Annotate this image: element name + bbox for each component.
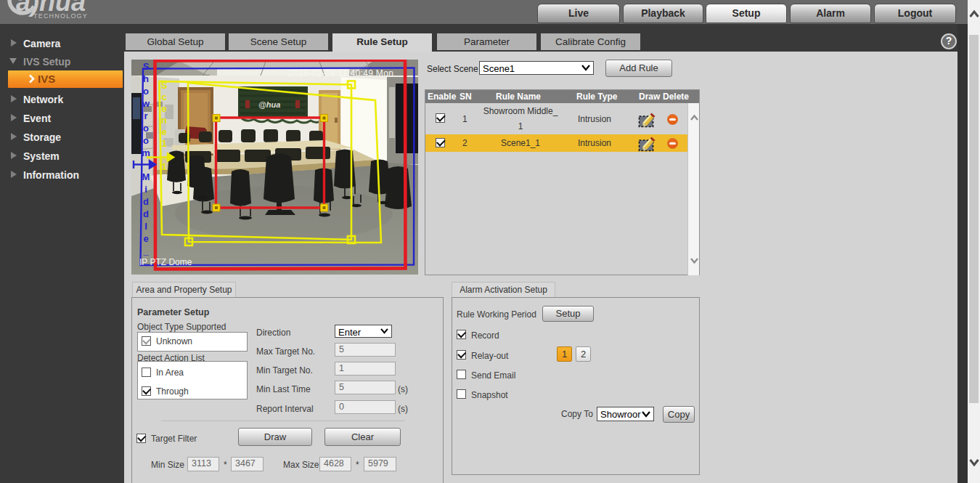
svg-text:o: o	[143, 86, 149, 97]
svg-text:e: e	[161, 103, 166, 114]
svg-text:d: d	[143, 208, 149, 219]
svg-text:1: 1	[161, 161, 166, 172]
svg-text:1: 1	[161, 138, 166, 149]
svg-text:S: S	[161, 80, 168, 91]
svg-text:o: o	[143, 135, 149, 146]
svg-text:l: l	[144, 221, 147, 232]
svg-text:IP PTZ Dome: IP PTZ Dome	[139, 257, 192, 267]
svg-text:w: w	[142, 98, 150, 109]
svg-text:o: o	[143, 123, 149, 134]
svg-text:@hua: @hua	[258, 100, 280, 109]
svg-text:M: M	[142, 171, 150, 182]
svg-text:TECHNOLOGY: TECHNOLOGY	[33, 12, 88, 20]
svg-text:c: c	[161, 92, 166, 102]
svg-text:h: h	[143, 73, 149, 84]
svg-text:i: i	[144, 184, 147, 195]
svg-text:n: n	[161, 115, 167, 126]
svg-text:2016-02-08 11:40:49 Mon: 2016-02-08 11:40:49 Mon	[288, 68, 393, 78]
svg-text:d: d	[143, 196, 149, 207]
svg-text:e: e	[161, 126, 166, 137]
svg-text:r: r	[144, 110, 147, 121]
svg-text:_: _	[142, 245, 149, 256]
svg-text:e: e	[143, 233, 148, 244]
svg-text:S: S	[143, 61, 150, 72]
svg-text:_: _	[160, 150, 167, 161]
